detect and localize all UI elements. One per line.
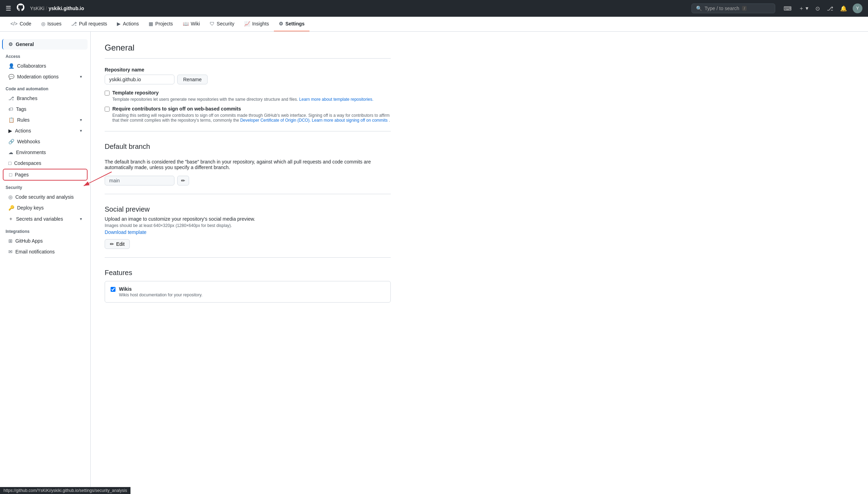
sign-off-label: Require contributors to sign off on web-…	[112, 106, 391, 112]
sidebar-rules-label: Rules	[17, 117, 30, 123]
sidebar-item-moderation[interactable]: 💬 Moderation options ▾	[3, 71, 88, 82]
sidebar-actions-label: Actions	[15, 128, 31, 134]
search-shortcut: /	[742, 6, 747, 11]
sidebar-item-deploy-keys[interactable]: 🔑 Deploy keys	[3, 203, 88, 213]
sidebar-pages-label: Pages	[15, 172, 29, 177]
rules-icon: 📋	[8, 117, 14, 123]
feature-wikis: Wikis Wikis host documentation for your …	[105, 281, 390, 302]
hamburger-icon[interactable]: ☰	[6, 5, 11, 12]
template-repo-link[interactable]: Learn more about template repositories.	[299, 97, 374, 102]
social-preview-desc: Upload an image to customize your reposi…	[105, 216, 391, 222]
repo-name-row: Rename	[105, 75, 391, 84]
main-content: General Repository name Rename Template …	[91, 32, 405, 492]
avatar[interactable]: Y	[853, 3, 862, 13]
deploy-keys-icon: 🔑	[8, 205, 14, 211]
template-repo-desc: Template repositories let users generate…	[112, 97, 373, 102]
sidebar-item-github-apps[interactable]: ⊞ GitHub Apps	[3, 236, 88, 246]
actions-nav-icon: ▶	[117, 21, 121, 26]
nav-settings-label: Settings	[285, 21, 305, 26]
nav-settings[interactable]: ⚙ Settings	[274, 17, 309, 31]
copilot-icon[interactable]: ⊙	[814, 4, 821, 13]
sidebar-item-codespaces[interactable]: □ Codespaces	[3, 158, 88, 168]
sidebar-secrets-label: Secrets and variables	[16, 216, 63, 222]
sign-off-checkbox[interactable]	[105, 107, 110, 112]
breadcrumb-repo[interactable]: yskiki.github.io	[48, 6, 84, 11]
pr-icon: ⎇	[71, 21, 77, 26]
breadcrumb-user[interactable]: YsKiKi	[30, 6, 44, 11]
download-template-link[interactable]: Download template	[105, 229, 147, 235]
nav-projects[interactable]: ▦ Projects	[144, 17, 178, 31]
code-security-icon: ◎	[8, 194, 13, 200]
sidebar-item-secrets[interactable]: ＋ Secrets and variables ▾	[3, 213, 88, 225]
search-placeholder: Type / to search	[705, 6, 740, 11]
repo-name-input[interactable]	[105, 75, 174, 84]
branch-name-input[interactable]	[105, 176, 174, 185]
code-icon: </>	[10, 21, 17, 26]
notifications-icon[interactable]: 🔔	[839, 4, 848, 13]
sidebar-deploy-keys-label: Deploy keys	[17, 205, 44, 211]
nav-wiki[interactable]: 📖 Wiki	[178, 17, 205, 31]
issues-icon: ◎	[41, 21, 45, 26]
plus-icon[interactable]: ＋ ▾	[797, 3, 810, 14]
sidebar-section-code: Code and automation	[0, 82, 90, 93]
nav-code[interactable]: </> Code	[6, 17, 36, 31]
search-bar[interactable]: 🔍 Type / to search /	[691, 3, 775, 13]
nav-actions[interactable]: ▶ Actions	[112, 17, 144, 31]
secrets-icon: ＋	[8, 216, 13, 222]
wikis-checkbox[interactable]	[111, 287, 115, 292]
wikis-desc: Wikis host documentation for your reposi…	[119, 292, 202, 297]
settings-nav-icon: ⚙	[279, 21, 283, 26]
nav-issues[interactable]: ◎ Issues	[36, 17, 66, 31]
edit-branch-button[interactable]: ✏	[177, 176, 189, 185]
sidebar-item-branches[interactable]: ⎇ Branches	[3, 93, 88, 104]
nav-insights[interactable]: 📈 Insights	[239, 17, 274, 31]
sidebar-item-email[interactable]: ✉ Email notifications	[3, 246, 88, 257]
email-icon: ✉	[8, 249, 13, 254]
wiki-icon: 📖	[183, 21, 189, 26]
sidebar-tags-label: Tags	[16, 106, 27, 112]
template-repo-row: Template repository Template repositorie…	[105, 90, 391, 102]
repo-nav: </> Code ◎ Issues ⎇ Pull requests ▶ Acti…	[0, 17, 868, 32]
sidebar-section-security: Security	[0, 181, 90, 191]
edit-btn-label: Edit	[116, 241, 125, 247]
rename-button[interactable]: Rename	[177, 75, 208, 84]
pull-request-icon[interactable]: ⎇	[825, 4, 835, 13]
tags-icon: 🏷	[8, 106, 13, 112]
features-title: Features	[105, 269, 391, 277]
secrets-arrow-icon: ▾	[80, 216, 82, 221]
actions-sidebar-icon: ▶	[8, 128, 12, 134]
sidebar-item-pages[interactable]: □ Pages	[3, 169, 87, 180]
signing-off-link[interactable]: Learn more about signing off on commits	[312, 118, 388, 123]
sign-off-row: Require contributors to sign off on web-…	[105, 106, 391, 123]
nav-security[interactable]: 🛡 Security	[205, 17, 239, 31]
edit-social-preview-button[interactable]: ✏ Edit	[105, 239, 130, 249]
template-repo-checkbox[interactable]	[105, 91, 110, 96]
projects-icon: ▦	[149, 21, 153, 26]
breadcrumb: YsKiKi / yskiki.github.io	[30, 6, 84, 11]
social-preview-sub: Images should be at least 640×320px (128…	[105, 223, 391, 228]
sidebar-section-integrations: Integrations	[0, 225, 90, 235]
features-box: Wikis Wikis host documentation for your …	[105, 281, 391, 303]
sidebar-item-general[interactable]: ⚙ General	[2, 39, 88, 50]
sidebar-item-collaborators[interactable]: 👤 Collaborators	[3, 61, 88, 71]
sidebar-item-rules[interactable]: 📋 Rules ▾	[3, 115, 88, 125]
sidebar-item-environments[interactable]: ☁ Environments	[3, 147, 88, 158]
sidebar-item-webhooks[interactable]: 🔗 Webhooks	[3, 136, 88, 147]
sidebar-secrets-left: ＋ Secrets and variables	[8, 216, 63, 222]
nav-pr-label: Pull requests	[79, 21, 107, 26]
sidebar-item-actions[interactable]: ▶ Actions ▾	[3, 126, 88, 136]
search-icon: 🔍	[696, 6, 702, 11]
status-bar: https://github.com/YsKiKi/yskiki.github.…	[0, 487, 130, 492]
nav-pullrequests[interactable]: ⎇ Pull requests	[66, 17, 112, 31]
terminal-icon[interactable]: ⌨	[782, 4, 793, 13]
dco-link[interactable]: Developer Certificate of Origin (DCO).	[240, 118, 310, 123]
actions-arrow-icon: ▾	[80, 128, 82, 133]
github-logo[interactable]	[17, 3, 24, 13]
sidebar-item-tags[interactable]: 🏷 Tags	[3, 104, 88, 114]
social-preview-title: Social preview	[105, 205, 391, 213]
top-nav: ☰ YsKiKi / yskiki.github.io 🔍 Type / to …	[0, 0, 868, 17]
sidebar-environments-label: Environments	[16, 150, 46, 155]
default-branch-title: Default branch	[105, 143, 391, 151]
sidebar-item-code-security[interactable]: ◎ Code security and analysis	[3, 192, 88, 202]
template-repo-label: Template repository	[112, 90, 373, 96]
